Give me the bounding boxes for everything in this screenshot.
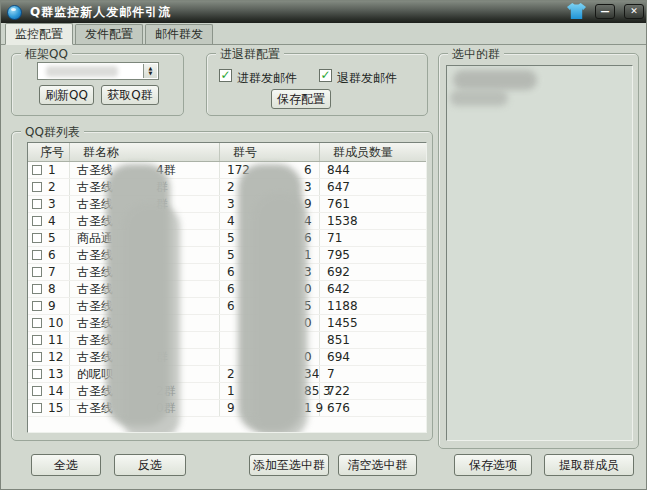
member-count: 844 bbox=[327, 163, 350, 177]
column-header-number[interactable]: 群号 bbox=[220, 143, 320, 161]
clear-selected-button[interactable]: 清空选中群 bbox=[338, 454, 417, 476]
app-window: Q群监控新人发邮件引流 — ✕ 监控配置 发件配置 邮件群发 框架QQ ▲ ▼ … bbox=[0, 0, 647, 490]
table-row[interactable]: 13 的呢呗 2 34 7 bbox=[28, 366, 426, 383]
row-index: 5 bbox=[48, 231, 56, 245]
select-all-button[interactable]: 全选 bbox=[31, 454, 101, 476]
close-button[interactable]: ✕ bbox=[624, 4, 644, 19]
member-count: 795 bbox=[327, 248, 350, 262]
frame-qq-legend: 框架QQ bbox=[21, 46, 72, 63]
save-config-button[interactable]: 保存配置 bbox=[271, 89, 331, 109]
table-row[interactable]: 14 古圣线 2群 1 85 3 722 bbox=[28, 383, 426, 400]
table-row[interactable]: 1 古圣线 4群 172 6 844 bbox=[28, 162, 426, 179]
invert-selection-button[interactable]: 反选 bbox=[114, 454, 186, 476]
row-index: 14 bbox=[48, 384, 63, 398]
extract-members-button[interactable]: 提取群成员 bbox=[544, 454, 634, 476]
table-row[interactable]: 9 古圣线 6 5 1188 bbox=[28, 298, 426, 315]
check-icon: ✓ bbox=[320, 69, 330, 81]
leave-mail-checkbox[interactable]: ✓ bbox=[319, 69, 332, 82]
table-row[interactable]: 5 商品通 5 6 71 bbox=[28, 230, 426, 247]
spinner-down-icon[interactable]: ▼ bbox=[149, 71, 153, 77]
row-index: 15 bbox=[48, 401, 63, 415]
member-count: 694 bbox=[327, 350, 350, 364]
row-checkbox[interactable] bbox=[32, 267, 42, 277]
check-icon: ✓ bbox=[220, 69, 230, 81]
table-row[interactable]: 12 古圣线 群 0 694 bbox=[28, 349, 426, 366]
row-checkbox[interactable] bbox=[32, 318, 42, 328]
group-number-fragment: 4 bbox=[227, 214, 235, 228]
member-count: 1538 bbox=[327, 214, 358, 228]
column-header-members[interactable]: 群成员数量 bbox=[320, 143, 426, 161]
censored-name-column bbox=[122, 203, 180, 433]
row-checkbox[interactable] bbox=[32, 216, 42, 226]
table-row[interactable]: 15 古圣线 0群 9 1 9 676 bbox=[28, 400, 426, 417]
row-checkbox[interactable] bbox=[32, 250, 42, 260]
row-checkbox[interactable] bbox=[32, 352, 42, 362]
save-options-button[interactable]: 保存选项 bbox=[454, 454, 532, 476]
member-count: 851 bbox=[327, 333, 350, 347]
member-count: 1188 bbox=[327, 299, 358, 313]
table-row[interactable]: 6 古圣线 5 1 795 bbox=[28, 247, 426, 264]
member-count: 642 bbox=[327, 282, 350, 296]
selected-groups-list[interactable] bbox=[446, 65, 633, 441]
row-checkbox[interactable] bbox=[32, 301, 42, 311]
row-index: 11 bbox=[48, 333, 63, 347]
frame-qq-combobox[interactable]: ▲ ▼ bbox=[37, 62, 159, 80]
member-count: 1455 bbox=[327, 316, 358, 330]
table-row[interactable]: 8 古圣线 6 0 642 bbox=[28, 281, 426, 298]
row-index: 9 bbox=[48, 299, 56, 313]
qq-group-list-legend: QQ群列表 bbox=[21, 124, 84, 141]
group-number-fragment: 3 bbox=[227, 197, 235, 211]
column-header-index[interactable]: 序号 bbox=[28, 143, 70, 161]
title-bar: Q群监控新人发邮件引流 — ✕ bbox=[1, 1, 647, 23]
selected-groups-legend: 选中的群 bbox=[448, 46, 504, 63]
tab-monitor-config[interactable]: 监控配置 bbox=[5, 23, 73, 45]
get-qq-groups-button[interactable]: 获取Q群 bbox=[101, 85, 159, 105]
table-row[interactable]: 3 古圣线 群 3 9 761 bbox=[28, 196, 426, 213]
row-checkbox[interactable] bbox=[32, 182, 42, 192]
row-index: 12 bbox=[48, 350, 63, 364]
table-row[interactable]: 2 古圣线 群 2 3 647 bbox=[28, 179, 426, 196]
row-index: 7 bbox=[48, 265, 56, 279]
row-checkbox[interactable] bbox=[32, 233, 42, 243]
skin-theme-icon[interactable] bbox=[567, 3, 586, 19]
tab-strip: 监控配置 发件配置 邮件群发 bbox=[1, 23, 647, 45]
add-to-selected-button[interactable]: 添加至选中群 bbox=[249, 454, 329, 476]
window-title: Q群监控新人发邮件引流 bbox=[30, 4, 171, 21]
join-mail-checkbox[interactable]: ✓ bbox=[219, 69, 232, 82]
row-index: 1 bbox=[48, 163, 56, 177]
member-count: 722 bbox=[327, 384, 350, 398]
table-row[interactable]: 7 古圣线 6 3 692 bbox=[28, 264, 426, 281]
member-count: 71 bbox=[327, 231, 342, 245]
row-checkbox[interactable] bbox=[32, 199, 42, 209]
column-header-name[interactable]: 群名称 bbox=[70, 143, 220, 161]
row-index: 4 bbox=[48, 214, 56, 228]
row-checkbox[interactable] bbox=[32, 335, 42, 345]
qq-group-table[interactable]: 序号 群名称 群号 群成员数量 1 古圣线 4群 172 bbox=[27, 142, 427, 433]
group-number-fragment: 6 bbox=[304, 163, 312, 177]
row-checkbox[interactable] bbox=[32, 386, 42, 396]
group-number-fragment: 6 bbox=[227, 282, 235, 296]
row-index: 6 bbox=[48, 248, 56, 262]
table-row[interactable]: 11 古圣线 851 bbox=[28, 332, 426, 349]
row-index: 2 bbox=[48, 180, 56, 194]
leave-mail-label: 退群发邮件 bbox=[337, 70, 397, 87]
tab-mass-mail[interactable]: 邮件群发 bbox=[145, 24, 213, 44]
row-checkbox[interactable] bbox=[32, 403, 42, 413]
row-checkbox[interactable] bbox=[32, 284, 42, 294]
row-checkbox[interactable] bbox=[32, 369, 42, 379]
refresh-qq-button[interactable]: 刷新QQ bbox=[39, 85, 94, 105]
combo-spinner[interactable]: ▲ ▼ bbox=[143, 64, 157, 78]
minimize-button[interactable]: — bbox=[595, 4, 615, 19]
row-checkbox[interactable] bbox=[32, 165, 42, 175]
member-count: 676 bbox=[327, 401, 350, 415]
row-index: 10 bbox=[48, 316, 63, 330]
censored-combo-value bbox=[46, 66, 118, 77]
row-index: 13 bbox=[48, 367, 63, 381]
table-row[interactable]: 4 古圣线 4 4 1538 bbox=[28, 213, 426, 230]
tab-sender-config[interactable]: 发件配置 bbox=[75, 24, 143, 44]
member-count: 7 bbox=[327, 367, 335, 381]
table-row[interactable]: 10 古圣线 0 1455 bbox=[28, 315, 426, 332]
row-index: 3 bbox=[48, 197, 56, 211]
group-number-fragment: 3 bbox=[304, 180, 312, 194]
group-number-fragment: 6 bbox=[227, 265, 235, 279]
